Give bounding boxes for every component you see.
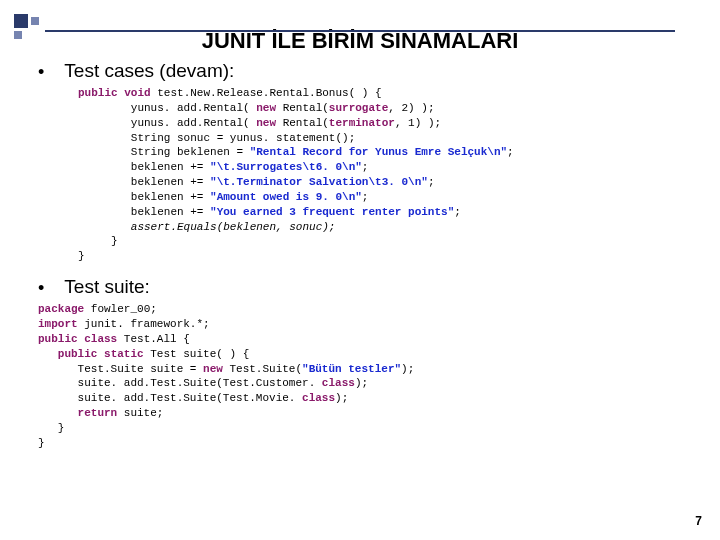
section-1-row: • Test cases (devam):: [0, 60, 720, 84]
code-block-1: public void test.New.Release.Rental.Bonu…: [0, 86, 720, 264]
bullet-icon: •: [38, 276, 44, 300]
section-2-row: • Test suite:: [0, 276, 720, 300]
header-rule: [45, 30, 675, 32]
corner-decor-icon: [14, 14, 39, 39]
page-number: 7: [695, 514, 702, 528]
bullet-icon: •: [38, 60, 44, 84]
section-1-heading: Test cases (devam):: [64, 60, 234, 82]
section-2-heading: Test suite:: [64, 276, 150, 298]
code-block-2: package fowler_00; import junit. framewo…: [0, 302, 720, 450]
